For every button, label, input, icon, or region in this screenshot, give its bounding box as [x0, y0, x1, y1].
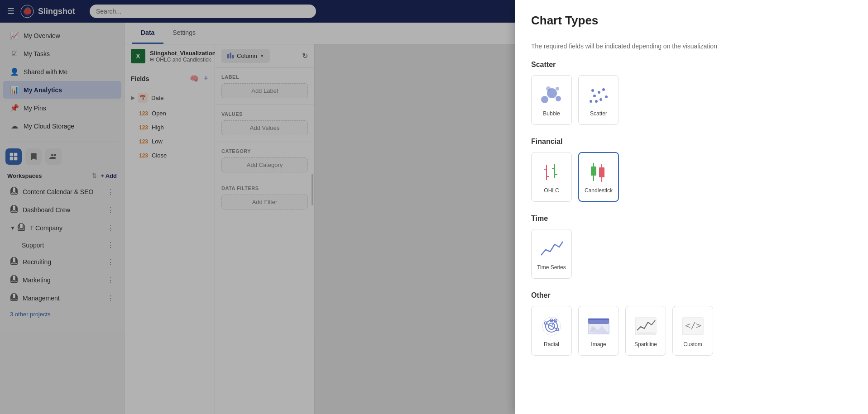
- ohlc-chart-label: OHLC: [544, 187, 559, 194]
- sparkline-chart-icon: [633, 314, 658, 338]
- svg-point-38: [602, 88, 605, 91]
- chart-tile-custom[interactable]: </> Custom: [672, 306, 713, 356]
- modal-subtitle: The required fields will be indicated de…: [531, 43, 852, 50]
- time-section-title: Time: [531, 214, 852, 223]
- chart-tile-candlestick[interactable]: Candlestick: [578, 152, 619, 202]
- chart-tile-bubble[interactable]: Bubble: [531, 75, 572, 125]
- chart-tile-radial[interactable]: Radial: [531, 306, 572, 356]
- time-series-chart-label: Time Series: [537, 264, 566, 271]
- chart-tile-ohlc[interactable]: OHLC: [531, 152, 572, 202]
- svg-point-33: [546, 86, 551, 91]
- svg-point-37: [598, 91, 600, 94]
- svg-rect-50: [591, 167, 596, 176]
- time-series-chart-icon: [539, 237, 564, 262]
- svg-point-40: [595, 100, 598, 103]
- ohlc-chart-icon: [539, 160, 564, 185]
- scatter-chart-grid: Bubble Scatter: [531, 75, 852, 125]
- modal-divider: [531, 35, 852, 35]
- svg-rect-53: [599, 167, 604, 177]
- financial-chart-grid: OHLC Candlestick: [531, 152, 852, 202]
- svg-point-41: [599, 98, 602, 101]
- scatter-chart-label: Scatter: [590, 110, 607, 117]
- radial-chart-label: Radial: [544, 341, 559, 347]
- chart-tile-time-series[interactable]: Time Series: [531, 229, 572, 279]
- other-chart-grid: Radial Image: [531, 306, 852, 356]
- svg-point-35: [590, 100, 592, 103]
- svg-text:</>: </>: [685, 320, 701, 331]
- candlestick-chart-icon: [586, 160, 611, 185]
- svg-rect-67: [588, 319, 609, 320]
- svg-point-42: [591, 89, 594, 92]
- bubble-chart-label: Bubble: [543, 110, 560, 117]
- modal-overlay[interactable]: Chart Types The required fields will be …: [0, 0, 868, 414]
- image-chart-label: Image: [591, 341, 606, 347]
- custom-chart-label: Custom: [683, 341, 702, 347]
- modal-title: Chart Types: [531, 14, 852, 28]
- svg-point-30: [541, 96, 548, 103]
- radial-chart-icon: [539, 314, 564, 338]
- sparkline-chart-label: Sparkline: [634, 341, 657, 347]
- scatter-chart-icon: [586, 83, 611, 108]
- custom-chart-icon: </>: [681, 314, 705, 338]
- scatter-section-title: Scatter: [531, 61, 852, 69]
- image-chart-icon: [586, 314, 611, 338]
- svg-point-34: [556, 87, 559, 90]
- chart-tile-sparkline[interactable]: Sparkline: [625, 306, 666, 356]
- bubble-chart-icon: [539, 83, 564, 108]
- chart-types-modal: Chart Types The required fields will be …: [515, 0, 868, 414]
- svg-point-39: [605, 95, 608, 98]
- svg-point-32: [556, 96, 561, 101]
- time-chart-grid: Time Series: [531, 229, 852, 279]
- financial-section-title: Financial: [531, 138, 852, 146]
- svg-point-36: [593, 95, 596, 97]
- other-section-title: Other: [531, 291, 852, 300]
- candlestick-chart-label: Candlestick: [585, 187, 613, 194]
- chart-tile-image[interactable]: Image: [578, 306, 619, 356]
- chart-tile-scatter[interactable]: Scatter: [578, 75, 619, 125]
